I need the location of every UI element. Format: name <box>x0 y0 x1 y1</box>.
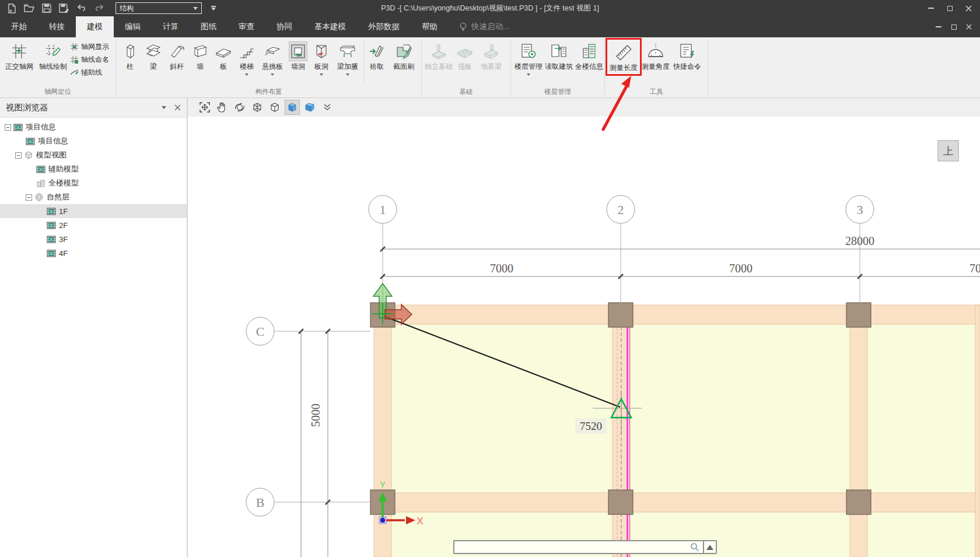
axis-draw-button[interactable]: 轴线绘制 <box>36 38 70 72</box>
tab-basic-modeling[interactable]: 基本建模 <box>303 16 357 37</box>
doc-minimize-button[interactable] <box>931 16 946 37</box>
tab-edit[interactable]: 编辑 <box>114 16 152 37</box>
tree-item-project-info[interactable]: 项目信息 <box>0 134 187 148</box>
beam-row-b[interactable] <box>374 493 980 512</box>
minimize-button[interactable] <box>922 0 940 16</box>
save-as-button[interactable] <box>58 2 70 14</box>
dropdown-arrow-icon[interactable] <box>346 73 349 76</box>
tree-item-whole-building-model[interactable]: 全楼模型 <box>0 176 187 190</box>
shaded-view-button[interactable] <box>285 100 300 115</box>
orbit-button[interactable] <box>232 100 247 115</box>
quick-launch[interactable]: 快速启动... <box>459 16 509 37</box>
quick-access-toolbar: 结构 <box>0 2 216 14</box>
beam-haunch-icon <box>339 41 356 61</box>
column-c2[interactable] <box>608 303 633 327</box>
stair-button[interactable]: 楼梯 <box>235 38 258 76</box>
tab-help[interactable]: 帮助 <box>411 16 449 37</box>
tab-drawings[interactable]: 图纸 <box>190 16 228 37</box>
tree-item-root[interactable]: 项目信息 <box>0 120 187 134</box>
wall-opening-button[interactable]: 墙洞 <box>286 38 310 72</box>
section-brush-button[interactable]: 截面刷 <box>388 38 419 72</box>
beam-row-c[interactable] <box>374 305 980 324</box>
ortho-grid-button[interactable]: 正交轴网 <box>2 38 36 72</box>
customize-toolbar-button[interactable] <box>211 6 216 10</box>
close-button[interactable] <box>959 0 978 16</box>
flat-shaded-view-button[interactable] <box>302 100 317 115</box>
toolbar-more-button[interactable] <box>320 100 335 115</box>
tab-transfer[interactable]: 转接 <box>38 16 76 37</box>
measure-length-button[interactable]: 测量长度 <box>608 40 639 73</box>
tab-start[interactable]: 开始 <box>0 16 38 37</box>
slab-opening-icon <box>313 41 330 61</box>
doc-close-button[interactable] <box>961 16 977 37</box>
tree-item-model-view[interactable]: 模型视图 <box>0 148 187 162</box>
new-file-button[interactable] <box>6 2 18 14</box>
command-expand-button[interactable] <box>703 540 717 554</box>
wireframe-view-button[interactable] <box>250 100 265 115</box>
workspace-combo[interactable]: 结构 <box>116 2 202 14</box>
tree-item-floor-1f[interactable]: 1F <box>0 204 187 218</box>
beam-button[interactable]: 梁 <box>142 38 165 72</box>
dropdown-arrow-icon[interactable] <box>320 73 323 76</box>
aux-line-button[interactable]: 辅助线 <box>70 68 109 78</box>
doc-restore-button[interactable] <box>946 16 961 37</box>
slab-button[interactable]: 板 <box>212 38 235 72</box>
collapse-icon[interactable] <box>15 152 22 159</box>
pick-button[interactable]: 拾取 <box>365 38 388 72</box>
command-input[interactable] <box>453 540 703 554</box>
brace-button[interactable]: 斜杆 <box>165 38 188 72</box>
floor-plan[interactable]: 1 2 3 C B 28000 7000 7000 70 5000 7520 <box>188 117 980 557</box>
quick-command-button[interactable]: 快捷命令 <box>671 38 703 72</box>
tab-modeling[interactable]: 建模 <box>76 16 114 37</box>
panel-dropdown-icon[interactable] <box>162 106 166 109</box>
dropdown-arrow-icon[interactable] <box>271 73 274 76</box>
dropdown-arrow-icon[interactable] <box>527 73 530 76</box>
close-icon <box>965 5 972 12</box>
slab-opening-button[interactable]: 板洞 <box>310 38 333 76</box>
grid-display-button[interactable]: 轴网显示 <box>70 42 109 52</box>
maximize-button[interactable] <box>940 0 959 16</box>
column-c3[interactable] <box>846 303 871 327</box>
axis-naming-button[interactable]: 轴线命名 <box>70 55 109 65</box>
drawing-canvas[interactable]: 1 2 3 C B 28000 7000 7000 70 5000 7520 <box>188 98 980 557</box>
collapse-icon[interactable] <box>26 194 32 201</box>
undo-button[interactable] <box>76 2 88 14</box>
slabs[interactable] <box>391 324 980 557</box>
tab-external-data[interactable]: 外部数据 <box>357 16 411 37</box>
tree-item-floor-3f[interactable]: 3F <box>0 232 187 246</box>
beam-right-edge[interactable] <box>975 305 980 557</box>
floor-manage-button[interactable]: 楼层管理 <box>513 38 544 76</box>
column-b3[interactable] <box>846 490 871 514</box>
open-file-button[interactable] <box>23 2 35 14</box>
zoom-extents-button[interactable] <box>197 100 212 115</box>
building-info-button[interactable]: 全楼信息 <box>574 38 604 72</box>
group-label: 构件布置 <box>118 87 419 97</box>
beam-haunch-button[interactable]: 梁加腋 <box>333 38 362 76</box>
project-tree: 项目信息 项目信息 模型视图 辅助模型 <box>0 118 187 260</box>
beam-grid-3[interactable] <box>850 305 867 557</box>
dropdown-arrow-icon[interactable] <box>245 73 249 76</box>
command-bar <box>453 540 717 554</box>
dim-total-width: 28000 <box>845 234 874 247</box>
column-button[interactable]: 柱 <box>118 38 142 72</box>
hidden-line-view-button[interactable] <box>267 100 282 115</box>
tab-calculate[interactable]: 计算 <box>152 16 190 37</box>
measure-angle-button[interactable]: 测量角度 <box>640 38 671 72</box>
pan-button[interactable] <box>215 100 230 115</box>
tab-review[interactable]: 审查 <box>228 16 265 37</box>
north-indicator[interactable]: 上 <box>937 140 959 162</box>
tree-item-natural-floor[interactable]: 自然层 <box>0 190 187 204</box>
save-button[interactable] <box>41 2 52 14</box>
tree-item-floor-2f[interactable]: 2F <box>0 218 187 232</box>
wall-button[interactable]: 墙 <box>188 38 212 72</box>
column-b2[interactable] <box>608 490 633 514</box>
panel-close-icon[interactable] <box>174 104 181 111</box>
tab-collaboration[interactable]: 协同 <box>265 16 303 37</box>
tree-item-aux-model[interactable]: 辅助模型 <box>0 162 187 176</box>
group-foundation: 独立基础 筏板 地基梁 基础 <box>422 37 510 97</box>
cantilever-slab-button[interactable]: 悬挑板 <box>258 38 286 76</box>
tree-item-floor-4f[interactable]: 4F <box>0 246 187 260</box>
read-architecture-button[interactable]: 读取建筑 <box>544 38 574 72</box>
redo-button[interactable] <box>93 2 105 14</box>
collapse-icon[interactable] <box>5 124 11 131</box>
